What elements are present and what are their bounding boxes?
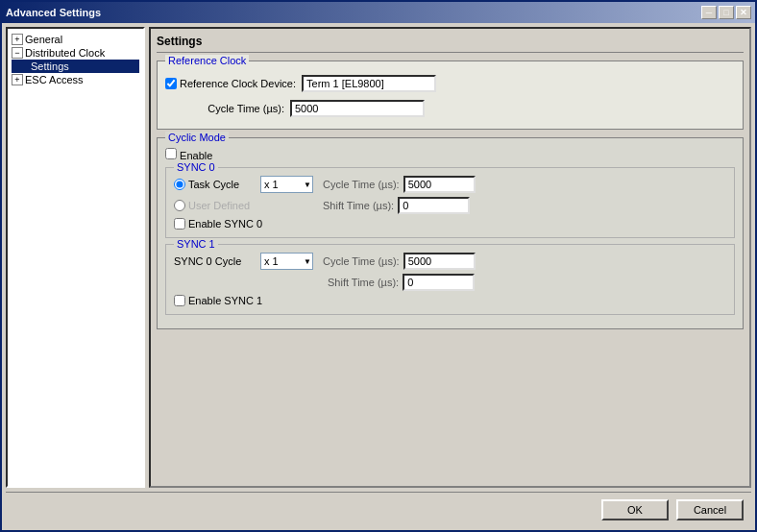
sidebar-item-label-esc-access: ESC Access xyxy=(25,74,84,85)
settings-panel: Settings Reference Clock Reference Clock… xyxy=(149,27,751,488)
cycle-time-input[interactable]: 5000 xyxy=(290,100,425,117)
title-bar: Advanced Settings ─ □ ✕ xyxy=(2,2,755,23)
sync1-shift-row: Shift Time (µs): xyxy=(174,274,726,291)
maximize-button[interactable]: □ xyxy=(719,6,734,19)
sync1-shift-time-label: Shift Time (µs): xyxy=(328,277,399,288)
sync0-shift-time-input[interactable] xyxy=(398,197,470,214)
sync0-group: SYNC 0 Task Cycle x 1 x 2 x 4 xyxy=(165,167,735,238)
sync1-enable-label: Enable SYNC 1 xyxy=(188,295,262,306)
sync1-group: SYNC 1 SYNC 0 Cycle x 1 x 2 x 4 xyxy=(165,244,735,315)
ok-button[interactable]: OK xyxy=(601,499,669,520)
sync0-enable-row: Enable SYNC 0 xyxy=(174,218,726,230)
sync1-enable-checkbox[interactable] xyxy=(174,295,185,306)
sidebar-item-label-distributed-clock: Distributed Clock xyxy=(25,47,105,59)
enable-label-text: Enable xyxy=(180,150,212,161)
sidebar-item-settings[interactable]: Settings xyxy=(12,60,139,73)
sidebar-item-label-settings: Settings xyxy=(31,60,69,72)
bottom-bar: OK Cancel xyxy=(6,492,751,526)
sidebar-item-general[interactable]: + General xyxy=(12,33,139,46)
sidebar-item-esc-access[interactable]: + ESC Access xyxy=(12,73,139,86)
enable-row: Enable xyxy=(165,148,735,161)
user-defined-radio[interactable] xyxy=(174,200,185,211)
sync0-shift-time-label: Shift Time (µs): xyxy=(323,200,394,211)
enable-label: Enable xyxy=(165,148,212,161)
sync0-cycle-label: SYNC 0 Cycle xyxy=(174,255,260,267)
reference-clock-checkbox-label: Reference Clock Device: xyxy=(165,78,296,89)
sync0-user-defined-row: User Defined Shift Time (µs): xyxy=(174,197,726,214)
reference-clock-group: Reference Clock Reference Clock Device: … xyxy=(157,60,744,130)
sync1-shift-time-input[interactable] xyxy=(403,274,475,291)
sync1-cycle-time-label: Cycle Time (µs): xyxy=(323,255,400,267)
window-content: + General − Distributed Clock Settings +… xyxy=(2,23,755,530)
cyclic-mode-enable-checkbox[interactable] xyxy=(165,148,177,159)
reference-clock-label-text: Reference Clock Device: xyxy=(180,78,296,89)
sync1-enable-row: Enable SYNC 1 xyxy=(174,295,726,306)
cycle-time-row: Cycle Time (µs): 5000 xyxy=(165,100,735,117)
tree-panel: + General − Distributed Clock Settings +… xyxy=(6,27,145,488)
sync0-cycle-label-text: SYNC 0 Cycle xyxy=(174,255,241,267)
sync1-multiplier-dropdown-wrap: x 1 x 2 x 4 ▼ xyxy=(260,253,313,270)
sync1-title: SYNC 1 xyxy=(174,238,218,250)
close-button[interactable]: ✕ xyxy=(736,6,751,19)
reference-clock-checkbox[interactable] xyxy=(165,78,177,89)
task-cycle-radio[interactable] xyxy=(174,179,185,190)
task-cycle-radio-label: Task Cycle xyxy=(174,179,260,190)
sync1-cycle-time-input[interactable] xyxy=(403,253,476,270)
sync0-cycle-time-label: Cycle Time (µs): xyxy=(323,179,400,190)
tree-expander-general[interactable]: + xyxy=(12,34,23,45)
cyclic-mode-group: Cyclic Mode Enable SYNC 0 xyxy=(157,137,744,329)
cyclic-mode-title: Cyclic Mode xyxy=(165,132,229,143)
sync0-title: SYNC 0 xyxy=(174,161,218,173)
user-defined-radio-label: User Defined xyxy=(174,200,260,211)
cycle-time-label: Cycle Time (µs): xyxy=(165,103,290,114)
main-area: + General − Distributed Clock Settings +… xyxy=(6,27,751,488)
task-cycle-label: Task Cycle xyxy=(188,179,239,190)
sync0-multiplier-dropdown[interactable]: x 1 x 2 x 4 xyxy=(260,176,313,193)
user-defined-label: User Defined xyxy=(188,200,250,211)
sync1-multiplier-dropdown[interactable]: x 1 x 2 x 4 xyxy=(260,253,313,270)
sync0-multiplier-dropdown-wrap: x 1 x 2 x 4 ▼ xyxy=(260,176,313,193)
sync0-task-cycle-row: Task Cycle x 1 x 2 x 4 ▼ Cycle Time ( xyxy=(174,176,726,193)
tree-expander-distributed-clock[interactable]: − xyxy=(12,47,23,59)
window-title: Advanced Settings xyxy=(6,7,101,18)
settings-title: Settings xyxy=(157,35,744,53)
sync0-enable-label: Enable SYNC 0 xyxy=(188,218,262,230)
advanced-settings-window: Advanced Settings ─ □ ✕ + General − Dist… xyxy=(0,0,757,532)
reference-clock-device-input[interactable]: Term 1 [EL9800] xyxy=(302,75,436,92)
sync1-cycle-row: SYNC 0 Cycle x 1 x 2 x 4 ▼ Cycle Time xyxy=(174,253,726,270)
sidebar-item-distributed-clock[interactable]: − Distributed Clock xyxy=(12,46,139,60)
reference-clock-row: Reference Clock Device: Term 1 [EL9800] xyxy=(165,75,735,92)
sync0-enable-checkbox[interactable] xyxy=(174,218,185,230)
title-bar-buttons: ─ □ ✕ xyxy=(701,6,751,19)
tree-expander-esc-access[interactable]: + xyxy=(12,74,23,85)
cancel-button[interactable]: Cancel xyxy=(676,499,744,520)
minimize-button[interactable]: ─ xyxy=(701,6,717,19)
sidebar-item-label-general: General xyxy=(25,34,62,45)
sync0-cycle-time-input[interactable] xyxy=(403,176,476,193)
reference-clock-title: Reference Clock xyxy=(165,55,249,66)
